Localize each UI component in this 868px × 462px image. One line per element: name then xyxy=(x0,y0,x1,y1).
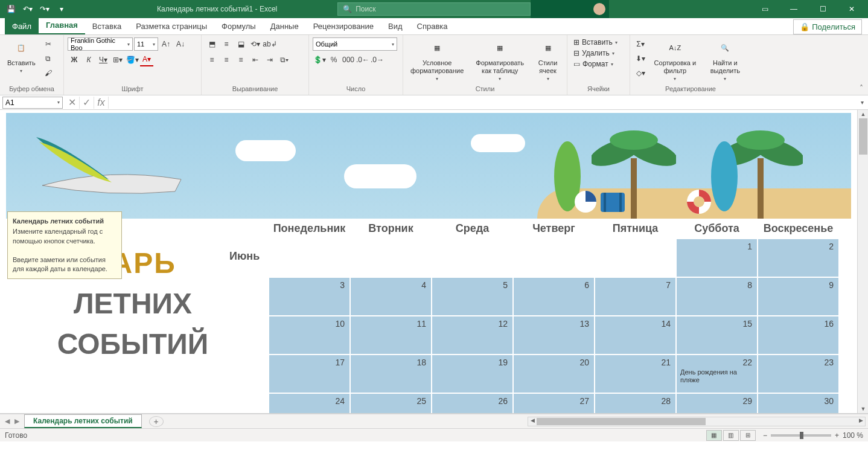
calendar-cell[interactable] xyxy=(514,239,594,277)
format-cells-button[interactable]: ▭Формат ▾ xyxy=(571,59,626,69)
calendar-cell[interactable]: 24 xyxy=(269,394,349,414)
calendar-cell[interactable]: 28 xyxy=(595,394,675,414)
align-top-button[interactable]: ⬒ xyxy=(205,37,219,51)
calendar-cell[interactable]: 8 xyxy=(677,278,757,315)
sort-filter-button[interactable]: A↓ZСортировка и фильтр▾ xyxy=(649,37,701,83)
italic-button[interactable]: К xyxy=(82,53,95,66)
increase-decimal-button[interactable]: .0← xyxy=(356,53,369,66)
minimize-button[interactable]: — xyxy=(780,0,808,18)
delete-cells-button[interactable]: ⊟Удалить ▾ xyxy=(571,48,626,58)
calendar-cell[interactable] xyxy=(269,239,349,277)
normal-view-button[interactable]: ▦ xyxy=(706,430,722,441)
cut-button[interactable]: ✂ xyxy=(42,37,55,51)
calendar-cell[interactable]: 20 xyxy=(514,355,594,393)
percent-button[interactable]: % xyxy=(327,53,340,66)
clear-button[interactable]: ◇▾ xyxy=(634,66,647,80)
maximize-button[interactable]: ☐ xyxy=(809,0,837,18)
scroll-up-button[interactable]: ▲ xyxy=(858,110,868,118)
calendar-cell[interactable] xyxy=(595,239,675,277)
borders-button[interactable]: ⊞▾ xyxy=(111,53,124,66)
fill-button[interactable]: ⬇▾ xyxy=(634,52,647,65)
calendar-cell[interactable]: 14 xyxy=(595,316,675,354)
tab-help[interactable]: Справка xyxy=(410,18,455,34)
increase-indent-button[interactable]: ⇥ xyxy=(263,53,276,66)
calendar-cell[interactable]: 12 xyxy=(432,316,512,354)
tab-file[interactable]: Файл xyxy=(5,18,39,34)
calendar-cell[interactable]: 21 xyxy=(595,355,675,393)
horizontal-scrollbar[interactable]: ◀ ▶ xyxy=(528,417,866,426)
undo-button[interactable]: ↶▾ xyxy=(21,2,35,16)
paste-button[interactable]: 📋Вставить▾ xyxy=(4,37,39,75)
comma-button[interactable]: 000 xyxy=(342,53,355,66)
zoom-level[interactable]: 100 % xyxy=(843,431,863,440)
font-color-button[interactable]: A▾ xyxy=(140,53,153,66)
decrease-decimal-button[interactable]: .0→ xyxy=(371,53,384,66)
worksheet-area[interactable]: Календарь летних событий Измените календ… xyxy=(0,110,868,414)
calendar-cell[interactable]: 13 xyxy=(514,316,594,354)
collapse-ribbon-button[interactable]: ˄ xyxy=(860,84,863,92)
insert-cells-button[interactable]: ⊞Вставить ▾ xyxy=(571,37,626,47)
tab-review[interactable]: Рецензирование xyxy=(306,18,381,34)
calendar-cell[interactable]: 22День рождения на пляже xyxy=(677,355,757,393)
qat-customize[interactable]: ▾ xyxy=(54,2,69,16)
page-layout-view-button[interactable]: ▥ xyxy=(723,430,739,441)
search-box[interactable]: 🔍 Поиск xyxy=(337,2,531,16)
calendar-cell[interactable]: 17 xyxy=(269,355,349,393)
align-right-button[interactable]: ≡ xyxy=(234,53,247,66)
calendar-cell[interactable]: 29 xyxy=(677,394,757,414)
zoom-out-button[interactable]: − xyxy=(763,431,767,440)
vertical-scrollbar[interactable]: ▲ ▼ xyxy=(857,110,868,413)
conditional-formatting-button[interactable]: ▦Условное форматирование▾ xyxy=(407,37,467,83)
font-name-select[interactable]: Franklin Gothic Boo▾ xyxy=(68,37,133,51)
tab-data[interactable]: Данные xyxy=(263,18,306,34)
calendar-cell[interactable]: 7 xyxy=(595,278,675,315)
calendar-cell[interactable]: 19 xyxy=(432,355,512,393)
expand-formula-bar-button[interactable]: ▾ xyxy=(856,99,868,106)
increase-font-button[interactable]: A↑ xyxy=(159,37,173,51)
align-bottom-button[interactable]: ⬓ xyxy=(234,37,247,51)
save-icon[interactable]: 💾 xyxy=(4,2,18,16)
tab-home[interactable]: Главная xyxy=(39,17,85,34)
calendar-cell[interactable]: 1 xyxy=(677,239,757,277)
calendar-cell[interactable]: 16 xyxy=(758,316,838,354)
calendar-cell[interactable]: 27 xyxy=(514,394,594,414)
cancel-formula-button[interactable]: ✕ xyxy=(65,97,80,109)
font-size-select[interactable]: 11▾ xyxy=(134,37,158,51)
decrease-font-button[interactable]: A↓ xyxy=(174,37,187,51)
accounting-format-button[interactable]: 💲▾ xyxy=(313,53,326,66)
scroll-thumb[interactable] xyxy=(859,118,867,155)
tab-page-layout[interactable]: Разметка страницы xyxy=(129,18,214,34)
new-sheet-button[interactable]: + xyxy=(149,416,164,427)
calendar-cell[interactable]: 10 xyxy=(269,316,349,354)
calendar-cell[interactable]: 30 xyxy=(758,394,838,414)
ribbon-display-button[interactable]: ▭ xyxy=(751,0,779,18)
sheet-next-button[interactable]: ▶ xyxy=(14,417,19,425)
align-center-button[interactable]: ≡ xyxy=(220,53,233,66)
underline-button[interactable]: Ч▾ xyxy=(97,53,110,66)
calendar-cell[interactable]: 18 xyxy=(351,355,431,393)
enter-formula-button[interactable]: ✓ xyxy=(80,97,94,109)
name-box[interactable]: A1▾ xyxy=(2,97,63,109)
redo-button[interactable]: ↷▾ xyxy=(37,2,52,16)
fill-color-button[interactable]: 🪣▾ xyxy=(126,53,139,66)
format-painter-button[interactable]: 🖌 xyxy=(42,66,55,80)
cell-styles-button[interactable]: ▦Стили ячеек▾ xyxy=(532,37,563,83)
calendar-cell[interactable]: 2 xyxy=(758,239,838,277)
calendar-cell[interactable] xyxy=(432,239,512,277)
calendar-cell[interactable]: 11 xyxy=(351,316,431,354)
calendar-cell[interactable]: 6 xyxy=(514,278,594,315)
tab-formulas[interactable]: Формулы xyxy=(214,18,263,34)
bold-button[interactable]: Ж xyxy=(68,53,81,66)
format-as-table-button[interactable]: ▦Форматировать как таблицу▾ xyxy=(470,37,530,83)
calendar-cell[interactable]: 5 xyxy=(432,278,512,315)
calendar-cell[interactable] xyxy=(351,239,431,277)
sheet-tab[interactable]: Календарь летних событий xyxy=(24,414,142,428)
align-left-button[interactable]: ≡ xyxy=(205,53,219,66)
copy-button[interactable]: ⧉ xyxy=(42,52,55,65)
orientation-button[interactable]: ⟲▾ xyxy=(249,37,262,51)
align-middle-button[interactable]: ≡ xyxy=(220,37,233,51)
close-button[interactable]: ✕ xyxy=(838,0,866,18)
fx-button[interactable]: fx xyxy=(94,97,109,109)
tab-insert[interactable]: Вставка xyxy=(85,18,129,34)
merge-button[interactable]: ⧉▾ xyxy=(278,53,291,66)
